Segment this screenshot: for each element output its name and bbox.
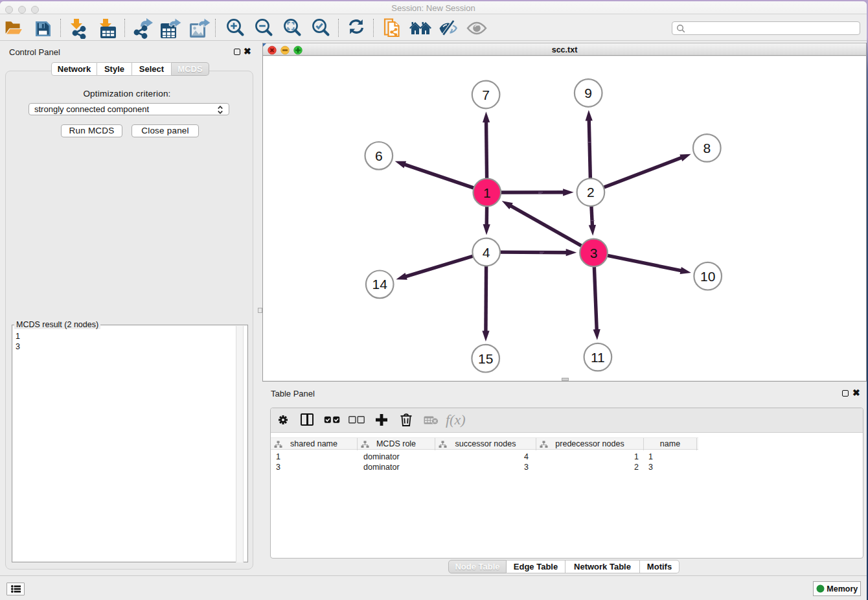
svg-text:7: 7	[482, 87, 490, 102]
svg-text:10: 10	[700, 269, 715, 284]
svg-text:15: 15	[478, 351, 493, 366]
svg-text:2: 2	[587, 185, 595, 200]
svg-text:1: 1	[483, 185, 491, 200]
svg-text:9: 9	[584, 86, 592, 100]
svg-text:6: 6	[375, 148, 383, 163]
svg-text:3: 3	[590, 246, 598, 260]
svg-text:14: 14	[372, 277, 388, 292]
svg-text:11: 11	[591, 350, 605, 365]
svg-text:8: 8	[703, 141, 711, 156]
svg-text:4: 4	[483, 245, 490, 260]
